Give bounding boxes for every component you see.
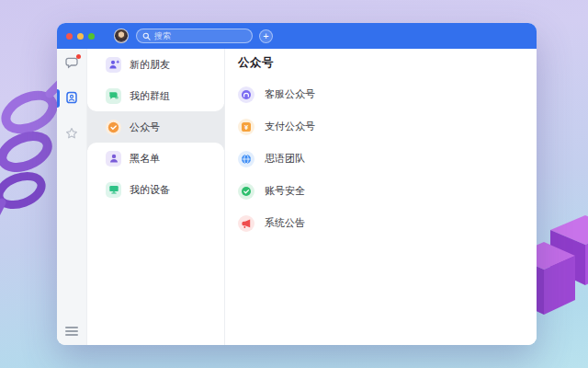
blocked-person-icon xyxy=(106,151,121,167)
team-globe-icon xyxy=(238,151,254,167)
contacts-card-icon xyxy=(64,90,79,105)
unread-badge-dot xyxy=(76,54,81,59)
main-content: 公众号 客服公众号 xyxy=(225,49,537,345)
contacts-panel: 新的朋友 我的群组 xyxy=(87,49,225,345)
sidebar-item-blacklist[interactable]: 黑名单 xyxy=(87,143,224,174)
sidebar-item-my-devices[interactable]: 我的设备 xyxy=(87,174,224,205)
list-item-payment[interactable]: ¥ 支付公众号 xyxy=(238,110,537,143)
list-item-siyu-team[interactable]: 思语团队 xyxy=(238,143,537,175)
sidebar-item-official-accounts[interactable]: 公众号 xyxy=(87,111,224,143)
person-add-icon xyxy=(106,57,121,73)
active-tab-indicator xyxy=(57,89,60,108)
sidebar-item-new-friends[interactable]: 新的朋友 xyxy=(87,49,224,80)
menu-button[interactable] xyxy=(65,327,78,336)
device-monitor-icon xyxy=(106,182,121,198)
security-check-icon xyxy=(238,183,254,200)
page-title: 公众号 xyxy=(238,55,537,71)
zoom-button[interactable] xyxy=(88,33,95,40)
sidebar-rail xyxy=(57,49,87,345)
list-item-label: 客服公众号 xyxy=(265,87,315,101)
window-body: 新的朋友 我的群组 xyxy=(57,49,537,345)
sidebar-item-label: 新的朋友 xyxy=(130,58,170,72)
desktop-background: + xyxy=(0,0,588,368)
list-item-customer-service[interactable]: 客服公众号 xyxy=(238,78,537,110)
list-item-system-announcement[interactable]: 系统公告 xyxy=(238,207,537,239)
app-window: + xyxy=(57,23,537,345)
group-chat-icon xyxy=(106,88,121,104)
search-box[interactable] xyxy=(136,29,253,43)
titlebar: + xyxy=(57,23,537,49)
list-item-account-security[interactable]: 账号安全 xyxy=(238,175,537,207)
window-controls xyxy=(66,33,95,40)
search-icon xyxy=(142,32,151,40)
sidebar-item-my-groups[interactable]: 我的群组 xyxy=(87,80,224,111)
sidebar-item-favorites[interactable] xyxy=(64,126,79,141)
sidebar-item-label: 黑名单 xyxy=(130,152,160,166)
list-item-label: 系统公告 xyxy=(265,216,305,230)
close-button[interactable] xyxy=(66,33,73,40)
sidebar-item-label: 我的设备 xyxy=(130,183,170,197)
sidebar-item-chats[interactable] xyxy=(64,55,79,70)
payment-icon: ¥ xyxy=(238,119,254,135)
user-avatar[interactable] xyxy=(114,29,129,43)
official-accounts-list: 客服公众号 ¥ 支付公众号 xyxy=(238,78,537,239)
star-icon xyxy=(64,126,79,141)
list-item-label: 支付公众号 xyxy=(265,120,315,133)
announcement-icon xyxy=(238,215,254,232)
list-item-label: 账号安全 xyxy=(265,184,305,198)
list-item-label: 思语团队 xyxy=(265,152,305,166)
official-account-badge-icon xyxy=(106,120,121,135)
add-button[interactable]: + xyxy=(259,29,273,43)
customer-service-icon xyxy=(238,86,254,103)
minimize-button[interactable] xyxy=(77,33,84,40)
contacts-group-top: 新的朋友 我的群组 xyxy=(87,49,224,111)
sidebar-item-label: 公众号 xyxy=(130,121,160,134)
contacts-group-bottom: 黑名单 我的设备 xyxy=(87,143,224,345)
search-input[interactable] xyxy=(154,31,246,40)
sidebar-item-contacts[interactable] xyxy=(64,90,79,105)
sidebar-item-label: 我的群组 xyxy=(130,89,170,103)
